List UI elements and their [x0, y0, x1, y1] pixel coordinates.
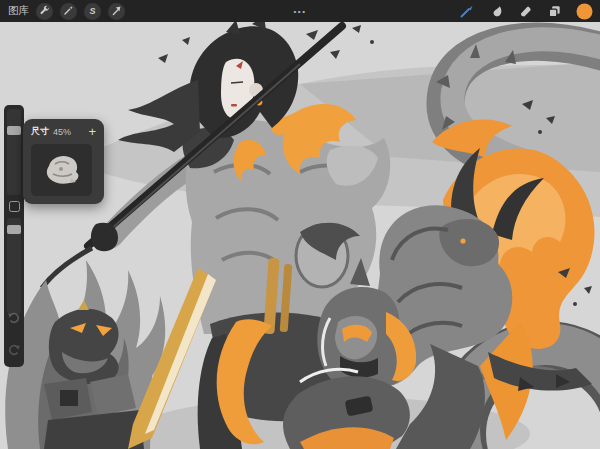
color-swatch-button[interactable]: [576, 3, 593, 20]
brush-stroke-preview: [31, 144, 92, 196]
wrench-icon: [39, 2, 50, 20]
right-tool-group: [459, 0, 593, 22]
brush-size-handle[interactable]: [7, 126, 21, 135]
undo-button[interactable]: [7, 311, 21, 325]
canvas-artwork: [0, 22, 600, 449]
smudge-button[interactable]: [489, 4, 504, 19]
size-label: 尺寸: [31, 125, 49, 138]
redo-button[interactable]: [7, 343, 21, 357]
eraser-icon: [518, 4, 533, 19]
adjustments-button[interactable]: [60, 3, 77, 20]
actions-button[interactable]: [36, 3, 53, 20]
size-value: 45%: [53, 127, 71, 137]
transform-arrow-icon: [111, 2, 122, 20]
gallery-button[interactable]: 图库: [0, 4, 29, 18]
brush-size-popup: 尺寸 45% +: [23, 119, 104, 204]
brush-opacity-handle[interactable]: [7, 225, 21, 234]
smudge-finger-icon: [489, 4, 504, 19]
add-size-preset-button[interactable]: +: [88, 127, 96, 136]
layers-icon: [547, 4, 562, 19]
selection-button[interactable]: S: [84, 3, 101, 20]
drawing-canvas[interactable]: [0, 22, 600, 449]
undo-arrow-icon: [7, 311, 21, 325]
transform-button[interactable]: [108, 3, 125, 20]
layers-button[interactable]: [547, 4, 562, 19]
brush-preview-blob: [31, 144, 92, 196]
left-tool-group: S: [36, 3, 125, 20]
eraser-button[interactable]: [518, 4, 533, 19]
top-toolbar: 图库 S: [0, 0, 600, 22]
paint-brush-button[interactable]: [459, 3, 475, 19]
brush-size-slider[interactable]: [7, 109, 21, 195]
paint-brush-icon: [459, 3, 475, 19]
modify-button[interactable]: [9, 201, 20, 212]
selection-s-icon: S: [89, 7, 95, 16]
brush-sidebar: [4, 105, 24, 367]
magic-wand-icon: [63, 2, 74, 20]
color-swatch-icon: [576, 3, 593, 20]
redo-arrow-icon: [7, 343, 21, 357]
